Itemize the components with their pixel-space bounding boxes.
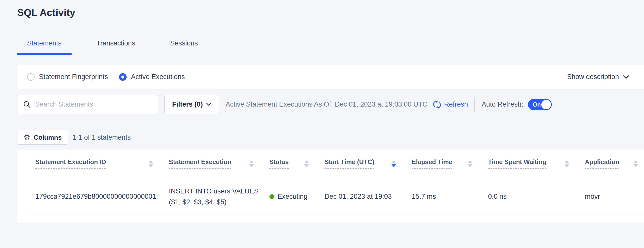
columns-label: Columns (34, 134, 62, 141)
cell-start-time: Dec 01, 2023 at 19:03 (325, 193, 412, 201)
auto-refresh-toggle[interactable]: On (528, 99, 552, 110)
column-header-application: Application (585, 158, 644, 169)
radio-label: Active Executions (131, 73, 185, 81)
tab-bar: Statements Transactions Sessions (17, 38, 644, 54)
column-label[interactable]: Statement Execution (169, 158, 231, 169)
radio-selected-icon[interactable] (119, 73, 127, 81)
sort-arrows-icon[interactable] (565, 160, 569, 167)
toggle-state-label: On (533, 101, 541, 108)
result-count: 1-1 of 1 statements (72, 134, 131, 141)
toggle-knob[interactable] (541, 100, 551, 109)
cell-statement[interactable]: INSERT INTO users VALUES ($1, $2, $3, $4… (169, 186, 269, 208)
table-toolbar: ⚙ Columns 1-1 of 1 statements (17, 130, 131, 145)
chevron-down-icon (623, 75, 629, 79)
status-label: Executing (278, 193, 308, 201)
page-title: SQL Activity (17, 7, 75, 18)
column-label[interactable]: Application (585, 158, 619, 169)
cell-execution-id[interactable]: 179cca7921e679b80000000000000001 (35, 193, 169, 201)
radio-unselected-icon[interactable] (27, 73, 35, 81)
column-label[interactable]: Status (269, 158, 289, 169)
search-box[interactable] (17, 95, 158, 114)
sort-arrows-icon[interactable] (249, 160, 254, 167)
show-description-label: Show description (567, 73, 619, 81)
column-header-start-time: Start Time (UTC) (325, 158, 412, 169)
cell-elapsed-time: 15.7 ms (412, 193, 488, 201)
cell-time-spent-waiting: 0.0 ns (488, 193, 585, 201)
filters-label: Filters (0) (172, 101, 203, 108)
row-separator (27, 215, 644, 215)
column-label[interactable]: Statement Execution ID (35, 158, 106, 169)
columns-button[interactable]: ⚙ Columns (17, 130, 68, 145)
tab-transactions[interactable]: Transactions (86, 38, 146, 54)
column-header-elapsed-time: Elapsed Time (412, 158, 488, 169)
sort-arrows-icon-active-desc[interactable] (392, 160, 396, 167)
filters-button[interactable]: Filters (0) (164, 95, 219, 114)
column-label[interactable]: Time Spent Waiting (488, 158, 546, 169)
column-label[interactable]: Start Time (UTC) (325, 158, 374, 169)
controls-row: Filters (0) Active Statement Executions … (17, 95, 644, 114)
status-executing-dot-icon (269, 194, 274, 199)
refresh-button[interactable]: Refresh (432, 100, 468, 109)
refresh-label: Refresh (444, 101, 468, 108)
auto-refresh-label: Auto Refresh: (482, 101, 523, 108)
gear-icon: ⚙ (24, 134, 30, 141)
sort-arrows-icon[interactable] (468, 160, 472, 167)
as-of-timestamp: Active Statement Executions As Of: Dec 0… (226, 101, 427, 108)
show-description-button[interactable]: Show description (567, 73, 629, 81)
sort-arrows-icon[interactable] (633, 160, 638, 167)
radio-statement-fingerprints[interactable]: Statement Fingerprints (27, 73, 108, 81)
refresh-icon (432, 100, 442, 109)
radio-label: Statement Fingerprints (39, 73, 108, 81)
vertical-divider (474, 97, 475, 112)
tab-sessions[interactable]: Sessions (160, 38, 208, 54)
statements-table: Statement Execution ID Statement Executi… (17, 150, 644, 223)
cell-status: Executing (269, 193, 325, 201)
view-mode-card: Statement Fingerprints Active Executions… (17, 65, 644, 89)
table-row[interactable]: 179cca7921e679b80000000000000001 INSERT … (17, 178, 644, 215)
sql-activity-page: SQL Activity Statements Transactions Ses… (0, 0, 644, 248)
column-header-statement-execution: Statement Execution (169, 158, 269, 169)
column-label[interactable]: Elapsed Time (412, 158, 452, 169)
search-input[interactable] (35, 101, 153, 108)
sort-arrows-icon[interactable] (304, 160, 309, 167)
sort-arrows-icon[interactable] (149, 160, 153, 167)
column-header-statement-execution-id: Statement Execution ID (35, 158, 169, 169)
table-header-row: Statement Execution ID Statement Executi… (17, 150, 644, 178)
radio-active-executions[interactable]: Active Executions (119, 73, 185, 81)
column-header-time-spent-waiting: Time Spent Waiting (488, 158, 585, 169)
column-header-status: Status (269, 158, 325, 169)
chevron-down-icon (206, 103, 211, 106)
tab-statements[interactable]: Statements (17, 38, 72, 54)
cell-application: movr (585, 193, 644, 201)
search-icon (23, 101, 31, 109)
